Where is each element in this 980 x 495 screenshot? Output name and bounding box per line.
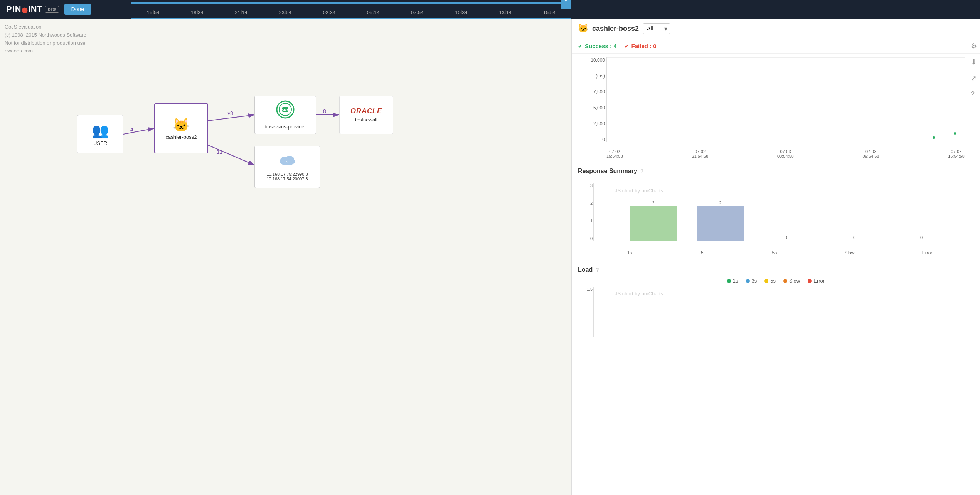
cloud-icon: ? (278, 153, 296, 170)
bar-5s: 0 (758, 235, 817, 241)
legend-5s-dot (764, 279, 768, 283)
legend-slow-dot (783, 279, 787, 283)
bar-error-value: 0 (920, 235, 923, 240)
grid-line-3 (607, 121, 965, 121)
tick-7: 10:34 (439, 10, 483, 18)
tick-4: 02:34 (307, 10, 351, 18)
tick-9: 15:54 (527, 10, 571, 18)
bar-y-2: 2 (578, 201, 593, 205)
y-label-4: 0 (578, 137, 605, 142)
load-title: Load ? (578, 266, 974, 273)
chart-dot-1 (933, 136, 935, 139)
x-label-0: 07-0215:54:58 (606, 149, 623, 158)
y-label-ms: (ms) (578, 73, 605, 79)
bar-y-1: 1 (578, 219, 593, 223)
bar-3s-value: 2 (719, 200, 721, 205)
success-check-icon: ✔ (578, 43, 583, 49)
node-cashier[interactable]: 🐱 cashier-boss2 (154, 103, 208, 153)
bar-x-error: Error (922, 250, 933, 256)
y-label-1: 7,500 (578, 89, 605, 94)
diagram: 4 ▾8 8 11 👥 USER 🐱 cashier-boss2 SMS b (39, 38, 571, 495)
tick-2: 21:14 (219, 10, 263, 18)
x-label-3: 07-0309:54:58 (863, 149, 879, 158)
panel-icon: 🐱 (578, 24, 588, 34)
legend-error-label: Error (813, 278, 825, 284)
svg-line-1 (123, 128, 154, 134)
done-button[interactable]: Done (64, 4, 91, 15)
panel-select[interactable]: All 1s 3s 5s Slow Error (643, 23, 670, 34)
load-chart-inner: JS chart by amCharts (593, 287, 966, 337)
bar-5s-value: 0 (786, 235, 788, 240)
tick-6: 07:54 (395, 10, 439, 18)
legend-1s-label: 1s (733, 278, 738, 284)
tick-3: 23:54 (263, 10, 307, 18)
cashier-icon: 🐱 (173, 117, 189, 133)
svg-line-4 (200, 142, 254, 165)
node-cloud[interactable]: ? 10.168.17.75:22990 8 10.168.17.54:2000… (254, 146, 320, 188)
legend-1s-dot (727, 279, 731, 283)
arrow-label-11: 11 (217, 149, 223, 155)
bar-y-0: 0 (578, 236, 593, 241)
svg-text:SMS: SMS (281, 108, 289, 112)
bar-y-labels: 3 2 1 0 (578, 183, 593, 241)
stats-row: ✔ Success : 4 ✔ Failed : 0 (572, 39, 980, 54)
sms-icon: SMS (276, 100, 295, 122)
watermark-line1: GoJS evaluation (5, 23, 86, 31)
node-oracle-label: testnewall (355, 117, 377, 123)
arrow-label-8: ▾8 (227, 110, 233, 116)
bar-slow: 0 (825, 235, 884, 241)
success-stat: ✔ Success : 4 (578, 43, 617, 49)
response-summary: Response Summary ? 3 2 1 0 JS chart by a… (572, 162, 980, 256)
bar-x-slow: Slow (844, 250, 854, 256)
bar-x-labels: 1s 3s 5s Slow Error (593, 250, 966, 256)
user-icon: 👥 (92, 123, 109, 139)
beta-badge: beta (45, 6, 59, 13)
node-user-label: USER (93, 140, 107, 146)
settings-icon[interactable]: ⚙ (971, 42, 977, 50)
load-chart: 1.5 JS chart by amCharts (578, 287, 974, 349)
legend-1s: 1s (727, 278, 738, 284)
failed-check-icon: ✔ (625, 43, 629, 49)
y-label-0: 10,000 (578, 57, 605, 63)
failed-label: Failed : 0 (631, 43, 657, 49)
panel-header: 🐱 cashier-boss2 All 1s 3s 5s Slow Error (572, 19, 980, 39)
node-oracle[interactable]: ORACLE testnewall (339, 96, 393, 134)
oracle-icon: ORACLE (350, 107, 382, 115)
node-sms[interactable]: SMS base-sms-provider (254, 96, 316, 134)
load-y-1: 1.5 (578, 287, 593, 291)
timeline-bar (131, 2, 571, 4)
arrow-label-sms-oracle: 8 (323, 108, 326, 114)
chart-y-labels: 10,000 (ms) 7,500 5,000 2,500 0 (578, 57, 605, 142)
y-label-3: 2,500 (578, 121, 605, 126)
topbar: PIN⬤INT beta Done 15:54 18:34 21:14 23:5… (0, 0, 980, 19)
legend-slow: Slow (783, 278, 800, 284)
amcharts-watermark: JS chart by amCharts (615, 188, 663, 194)
legend-3s-label: 3s (752, 278, 757, 284)
grid-line-0 (607, 57, 965, 58)
load-amcharts: JS chart by amCharts (615, 291, 663, 296)
timeline-chevron[interactable]: ▼ (561, 0, 571, 9)
response-help-icon[interactable]: ? (640, 168, 644, 174)
right-panel: 🐱 cashier-boss2 All 1s 3s 5s Slow Error … (571, 19, 980, 495)
node-cashier-label: cashier-boss2 (166, 134, 197, 140)
tick-8: 13:14 (483, 10, 527, 18)
tick-0: 15:54 (131, 10, 175, 18)
bar-3s: 2 (690, 200, 750, 241)
load-help-icon[interactable]: ? (596, 267, 599, 273)
legend-error: Error (808, 278, 825, 284)
logo-text: PIN⬤INT (6, 4, 43, 14)
legend-3s: 3s (746, 278, 757, 284)
response-summary-title: Response Summary ? (578, 168, 974, 175)
canvas-area: GoJS evaluation (c) 1998–2015 Northwoods… (0, 19, 571, 495)
node-cloud-label: 10.168.17.75:22990 8 10.168.17.54:20007 … (266, 172, 308, 181)
x-label-1: 07-0221:54:58 (692, 149, 709, 158)
bar-1s: 2 (623, 200, 683, 241)
legend-3s-dot (746, 279, 750, 283)
node-user[interactable]: 👥 USER (77, 115, 123, 153)
chart-dot-2 (954, 132, 956, 135)
legend-5s-label: 5s (770, 278, 776, 284)
panel-select-wrap[interactable]: All 1s 3s 5s Slow Error (643, 23, 670, 34)
grid-line-2 (607, 100, 965, 100)
chart-area (606, 57, 965, 142)
load-legend: 1s 3s 5s Slow Error (578, 278, 974, 284)
